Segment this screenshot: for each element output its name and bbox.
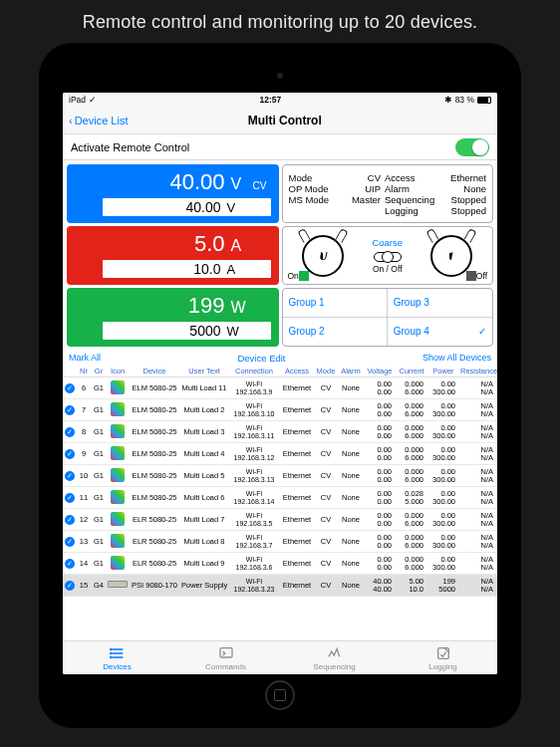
cell-access: Ethernet xyxy=(280,531,314,553)
group-4-button[interactable]: Group 4✓ xyxy=(388,318,492,347)
cell-icon xyxy=(107,575,129,597)
group-1-button[interactable]: Group 1 xyxy=(283,289,388,318)
tab-logging[interactable]: Logging xyxy=(389,641,497,674)
col-header[interactable]: Current xyxy=(396,366,427,377)
table-row[interactable]: ✓6G1ELM 5080-25Multi Load 11Wi-Fi192.168… xyxy=(63,377,497,399)
power-set-unit: W xyxy=(227,324,243,339)
battery-pct: 83 % xyxy=(455,95,474,105)
table-row[interactable]: ✓14G1ELR 5080-25Multi Load 9Wi-Fi192.168… xyxy=(63,553,497,575)
current-set-input[interactable]: 10.0A xyxy=(103,260,271,278)
table-row[interactable]: ✓9G1ELM 5080-25Multi Load 4Wi-Fi192.168.… xyxy=(63,443,497,465)
cell-device: ELR 5080-25 xyxy=(129,553,180,575)
cell-gr: G1 xyxy=(91,377,107,399)
tab-commands-label: Commands xyxy=(205,662,246,671)
col-header[interactable] xyxy=(63,366,77,377)
mode-key: Mode xyxy=(289,172,330,183)
current-tile[interactable]: 5.0A 10.0A xyxy=(67,226,279,285)
check-icon: ✓ xyxy=(478,326,486,337)
row-check-icon[interactable]: ✓ xyxy=(65,493,75,503)
cell-voltage: 0.000.00 xyxy=(364,531,396,553)
col-header[interactable]: Resistance xyxy=(459,366,497,377)
row-check-icon[interactable]: ✓ xyxy=(65,559,75,569)
log-key: Logging xyxy=(385,205,434,216)
table-row[interactable]: ✓10G1ELM 5080-25Multi Load 5Wi-Fi192.168… xyxy=(63,465,497,487)
group-3-button[interactable]: Group 3 xyxy=(388,289,492,318)
tab-devices[interactable]: Devices xyxy=(63,641,171,674)
row-check-icon[interactable]: ✓ xyxy=(65,449,75,459)
group-2-button[interactable]: Group 2 xyxy=(283,318,388,347)
table-row[interactable]: ✓7G1ELM 5080-25Multi Load 2Wi-Fi192.168.… xyxy=(63,399,497,421)
alarm-key: Alarm xyxy=(385,183,434,194)
row-check-icon[interactable]: ✓ xyxy=(65,515,75,525)
cell-nr: 11 xyxy=(77,487,91,509)
coarse-button[interactable]: Coarse xyxy=(372,237,403,248)
cell-icon xyxy=(107,377,129,399)
cell-alarm: None xyxy=(338,377,364,399)
cell-usertext: Multi Load 6 xyxy=(180,487,228,509)
svg-point-4 xyxy=(110,652,111,653)
mark-all-button[interactable]: Mark All xyxy=(69,353,101,364)
cell-power: 0.00300.00 xyxy=(427,421,459,443)
cell-resistance: N/AN/A xyxy=(459,487,497,509)
cell-voltage: 0.000.00 xyxy=(364,377,396,399)
row-check-icon[interactable]: ✓ xyxy=(65,471,75,481)
cell-power: 0.00300.00 xyxy=(427,531,459,553)
cell-current: 0.0006.000 xyxy=(396,465,427,487)
remote-switch[interactable] xyxy=(455,138,489,156)
remote-row: Activate Remote Control xyxy=(63,134,497,160)
col-header[interactable]: Mode xyxy=(314,366,338,377)
cell-current: 0.0006.000 xyxy=(396,399,427,421)
cell-resistance: N/AN/A xyxy=(459,421,497,443)
tab-sequencing[interactable]: Sequencing xyxy=(280,641,389,674)
power-set-input[interactable]: 5000W xyxy=(103,322,271,340)
knob-u[interactable]: U xyxy=(302,235,344,277)
table-row[interactable]: ✓12G1ELR 5080-25Multi Load 7Wi-Fi192.168… xyxy=(63,509,497,531)
device-icon xyxy=(111,446,125,460)
cell-mode: CV xyxy=(314,465,338,487)
col-header[interactable]: Voltage xyxy=(364,366,396,377)
cell-nr: 14 xyxy=(77,553,91,575)
row-check-icon[interactable]: ✓ xyxy=(65,537,75,547)
col-header[interactable]: Alarm xyxy=(338,366,364,377)
row-check-icon[interactable]: ✓ xyxy=(65,427,75,437)
table-row[interactable]: ✓11G1ELM 5080-25Multi Load 6Wi-Fi192.168… xyxy=(63,487,497,509)
col-header[interactable]: Device xyxy=(129,366,180,377)
col-header[interactable]: User Text xyxy=(180,366,228,377)
cell-usertext: Power Supply xyxy=(180,575,228,597)
knob-i[interactable]: I xyxy=(430,235,472,277)
cell-access: Ethernet xyxy=(280,553,314,575)
onoff-toggle[interactable] xyxy=(374,252,402,262)
cell-voltage: 0.000.00 xyxy=(364,487,396,509)
device-edit-button[interactable]: Device Edit xyxy=(101,353,422,364)
cell-nr: 7 xyxy=(77,399,91,421)
device-icon xyxy=(111,402,125,416)
row-check-icon[interactable]: ✓ xyxy=(65,405,75,415)
col-header[interactable]: Icon xyxy=(107,366,129,377)
cell-connection: Wi-Fi192.168.3.23 xyxy=(228,575,280,597)
cell-connection: Wi-Fi192.168.3.5 xyxy=(228,509,280,531)
knob-u-label: U xyxy=(319,250,327,262)
group-3-label: Group 3 xyxy=(394,297,429,308)
cell-alarm: None xyxy=(338,531,364,553)
show-all-button[interactable]: Show All Devices xyxy=(422,353,491,364)
power-tile[interactable]: 199W 5000W xyxy=(67,288,279,347)
col-header[interactable]: Connection xyxy=(228,366,280,377)
cell-power: 0.00300.00 xyxy=(427,377,459,399)
table-row[interactable]: ✓15G4PSI 9080-170Power SupplyWi-Fi192.16… xyxy=(63,575,497,597)
row-check-icon[interactable]: ✓ xyxy=(65,383,75,393)
cell-mode: CV xyxy=(314,421,338,443)
row-check-icon[interactable]: ✓ xyxy=(65,581,75,591)
col-header[interactable]: Nr xyxy=(77,366,91,377)
col-header[interactable]: Power xyxy=(427,366,459,377)
commands-icon xyxy=(218,645,234,661)
svg-point-3 xyxy=(110,648,111,649)
table-row[interactable]: ✓13G1ELR 5080-25Multi Load 8Wi-Fi192.168… xyxy=(63,531,497,553)
col-header[interactable]: Access xyxy=(280,366,314,377)
current-unit: A xyxy=(231,237,247,255)
col-header[interactable]: Gr xyxy=(91,366,107,377)
home-button[interactable] xyxy=(265,680,295,710)
voltage-set-input[interactable]: 40.00V xyxy=(103,198,271,216)
table-row[interactable]: ✓8G1ELM 5080-25Multi Load 3Wi-Fi192.168.… xyxy=(63,421,497,443)
voltage-tile[interactable]: 40.00VCV 40.00V xyxy=(67,164,279,223)
tab-commands[interactable]: Commands xyxy=(171,641,280,674)
